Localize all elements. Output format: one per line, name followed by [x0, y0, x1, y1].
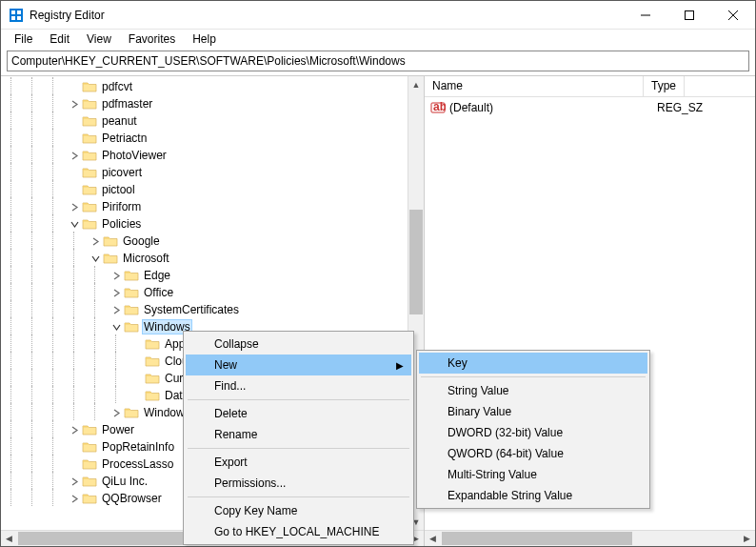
folder-icon — [82, 423, 97, 436]
tree-label: ProcessLasso — [100, 457, 175, 471]
tree-item-picovert[interactable]: picovert — [5, 164, 408, 181]
tree-item-systemcertificates[interactable]: SystemCertificates — [5, 301, 408, 318]
menu-item-copy-key-name[interactable]: Copy Key Name — [186, 500, 411, 521]
menu-edit[interactable]: Edit — [42, 30, 77, 48]
tree-item-peanut[interactable]: peanut — [5, 112, 408, 130]
column-type[interactable]: Type — [644, 76, 685, 96]
context-menu[interactable]: CollapseNew▶Find...DeleteRenameExportPer… — [183, 331, 414, 545]
window-controls — [624, 1, 755, 30]
chevron-right-icon[interactable] — [109, 306, 123, 314]
chevron-right-icon[interactable] — [68, 203, 81, 212]
list-row[interactable]: ab(Default)REG_SZ — [425, 99, 755, 116]
titlebar: Registry Editor — [1, 1, 755, 30]
tree-item-office[interactable]: Office — [5, 284, 408, 301]
list-body[interactable]: ab(Default)REG_SZ — [425, 97, 755, 118]
window: Registry Editor FileEditViewFavoritesHel… — [0, 0, 756, 547]
tree-item-pictool[interactable]: pictool — [5, 181, 408, 198]
chevron-right-icon[interactable] — [68, 426, 81, 435]
svg-rect-4 — [17, 16, 21, 20]
folder-icon — [124, 320, 139, 334]
folder-icon — [145, 372, 160, 385]
menu-label: Key — [448, 356, 468, 370]
menu-item-permissions[interactable]: Permissions... — [186, 473, 411, 494]
tree-item-google[interactable]: Google — [5, 233, 408, 250]
scroll-thumb[interactable] — [409, 210, 423, 314]
menu-item-export[interactable]: Export — [186, 452, 411, 473]
svg-rect-2 — [17, 10, 21, 14]
tree-item-policies[interactable]: Policies — [5, 215, 408, 233]
menu-label: Go to HKEY_LOCAL_MACHINE — [214, 525, 379, 538]
address-text: Computer\HKEY_CURRENT_USER\SOFTWARE\Poli… — [11, 54, 406, 68]
chevron-right-icon[interactable] — [68, 100, 81, 109]
menu-item-string-value[interactable]: String Value — [419, 380, 647, 401]
chevron-right-icon[interactable] — [68, 152, 81, 160]
menu-item-binary-value[interactable]: Binary Value — [419, 401, 647, 422]
list-horizontal-scrollbar[interactable]: ◀ ▶ — [425, 530, 755, 546]
menu-item-dword-32-bit-value[interactable]: DWORD (32-bit) Value — [419, 422, 647, 443]
menu-label: Delete — [214, 407, 248, 420]
scroll-left-icon[interactable]: ◀ — [425, 531, 441, 546]
scroll-right-icon[interactable]: ▶ — [739, 531, 755, 546]
chevron-down-icon[interactable] — [89, 254, 102, 263]
scroll-left-icon[interactable]: ◀ — [1, 531, 17, 546]
tree-item-piriform[interactable]: Piriform — [5, 198, 408, 215]
menu-item-key[interactable]: Key — [419, 353, 647, 374]
menu-label: Permissions... — [214, 476, 286, 490]
menu-file[interactable]: File — [7, 30, 40, 48]
separator — [188, 496, 409, 497]
chevron-right-icon[interactable] — [89, 237, 102, 246]
tree-item-microsoft[interactable]: Microsoft — [5, 250, 408, 267]
menu-view[interactable]: View — [79, 30, 119, 48]
menu-item-rename[interactable]: Rename — [186, 424, 411, 445]
separator — [421, 376, 646, 377]
menu-item-qword-64-bit-value[interactable]: QWORD (64-bit) Value — [419, 443, 647, 464]
string-value-icon: ab — [430, 100, 446, 115]
menubar: FileEditViewFavoritesHelp — [1, 30, 755, 49]
tree-item-photoviewer[interactable]: PhotoViewer — [5, 147, 408, 164]
menu-label: QWORD (64-bit) Value — [448, 447, 564, 460]
tree-label: Petriactn — [100, 132, 149, 145]
menu-item-go-to-hkey-local-machine[interactable]: Go to HKEY_LOCAL_MACHINE — [186, 521, 411, 542]
tree-label: pictool — [100, 183, 137, 196]
tree-label: peanut — [100, 114, 139, 128]
minimize-button[interactable] — [624, 1, 667, 30]
menu-label: Expandable String Value — [448, 489, 572, 502]
menu-item-expandable-string-value[interactable]: Expandable String Value — [419, 485, 647, 506]
folder-icon — [145, 389, 160, 402]
folder-icon — [82, 149, 97, 162]
tree-label: Power — [100, 423, 136, 436]
tree-label: Google — [121, 234, 162, 248]
tree-item-edge[interactable]: Edge — [5, 267, 408, 284]
menu-item-new[interactable]: New▶ — [186, 355, 411, 375]
menu-label: Rename — [214, 428, 257, 441]
svg-rect-1 — [11, 10, 15, 14]
address-bar[interactable]: Computer\HKEY_CURRENT_USER\SOFTWARE\Poli… — [7, 51, 749, 71]
tree-item-pdfcvt[interactable]: pdfcvt — [5, 78, 408, 95]
column-name[interactable]: Name — [425, 76, 644, 96]
chevron-right-icon[interactable] — [109, 409, 123, 417]
menu-item-find[interactable]: Find... — [186, 375, 411, 396]
menu-help[interactable]: Help — [185, 30, 224, 48]
chevron-right-icon[interactable] — [109, 272, 123, 280]
chevron-down-icon[interactable] — [109, 323, 123, 332]
menu-item-multi-string-value[interactable]: Multi-String Value — [419, 464, 647, 485]
tree-label: Edge — [142, 269, 172, 282]
close-button[interactable] — [711, 1, 755, 30]
tree-item-petriactn[interactable]: Petriactn — [5, 130, 408, 147]
chevron-down-icon[interactable] — [68, 220, 81, 229]
tree-label: pdfcvt — [100, 80, 134, 93]
menu-label: Binary Value — [448, 405, 511, 418]
folder-icon — [82, 457, 97, 471]
chevron-right-icon[interactable] — [68, 495, 81, 503]
chevron-right-icon[interactable] — [68, 477, 81, 486]
scroll-thumb[interactable] — [442, 532, 632, 545]
menu-item-delete[interactable]: Delete — [186, 403, 411, 424]
menu-favorites[interactable]: Favorites — [121, 30, 183, 48]
tree-item-pdfmaster[interactable]: pdfmaster — [5, 95, 408, 112]
maximize-button[interactable] — [667, 1, 711, 30]
menu-item-collapse[interactable]: Collapse — [186, 334, 411, 355]
chevron-right-icon[interactable] — [109, 289, 123, 297]
scroll-up-icon[interactable]: ▲ — [408, 76, 424, 92]
tree-label: Office — [142, 286, 175, 299]
context-submenu-new[interactable]: KeyString ValueBinary ValueDWORD (32-bit… — [416, 350, 650, 509]
